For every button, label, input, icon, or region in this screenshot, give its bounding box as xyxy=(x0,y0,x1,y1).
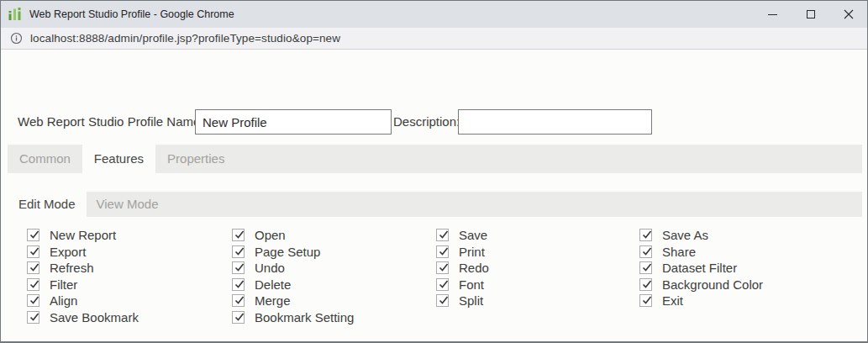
feature-row-exit[interactable]: Exit xyxy=(639,293,763,309)
checkbox-redo[interactable] xyxy=(436,261,449,274)
features-column-4: Save As Share Dataset Filter Background … xyxy=(639,227,763,309)
app-logo-icon xyxy=(8,7,23,22)
profile-name-input[interactable] xyxy=(195,109,392,135)
feature-row-save[interactable]: Save xyxy=(436,227,489,244)
description-input[interactable] xyxy=(458,109,652,135)
checkbox-font[interactable] xyxy=(436,278,449,291)
checkbox-dataset-filter[interactable] xyxy=(639,261,652,274)
features-column-1: New Report Export Refresh Filter Align xyxy=(27,227,139,325)
feature-row-open[interactable]: Open xyxy=(232,227,354,244)
features-column-3: Save Print Redo Font Split xyxy=(436,227,489,309)
feature-label: Undo xyxy=(255,261,285,275)
feature-row-align[interactable]: Align xyxy=(27,293,139,309)
feature-row-filter[interactable]: Filter xyxy=(27,277,139,293)
checkbox-bookmark-setting[interactable] xyxy=(232,311,245,324)
feature-row-background-color[interactable]: Background Color xyxy=(639,277,763,293)
feature-row-share[interactable]: Share xyxy=(639,244,763,261)
mode-tab-bar: Edit Mode View Mode xyxy=(8,192,862,217)
feature-label: Page Setup xyxy=(255,245,320,259)
feature-label: Dataset Filter xyxy=(662,261,737,275)
checkbox-save-as[interactable] xyxy=(639,229,652,241)
mode-tab-strip: View Mode xyxy=(87,192,862,217)
feature-row-redo[interactable]: Redo xyxy=(436,260,489,277)
tab-view-mode[interactable]: View Mode xyxy=(87,192,169,217)
feature-row-delete[interactable]: Delete xyxy=(232,277,354,293)
tab-edit-mode[interactable]: Edit Mode xyxy=(8,192,87,217)
feature-label: New Report xyxy=(50,228,116,242)
feature-label: Font xyxy=(459,277,484,292)
feature-row-new-report[interactable]: New Report xyxy=(27,227,139,244)
feature-label: Merge xyxy=(255,293,291,308)
feature-label: Save Bookmark xyxy=(50,310,139,325)
checkbox-align[interactable] xyxy=(27,294,39,307)
feature-label: Delete xyxy=(255,277,291,292)
maximize-button[interactable] xyxy=(792,1,829,28)
feature-row-split[interactable]: Split xyxy=(436,293,489,309)
window-controls xyxy=(754,1,867,28)
browser-window: Web Report Studio Profile - Google Chrom… xyxy=(0,0,868,343)
feature-row-save-as[interactable]: Save As xyxy=(639,227,763,244)
feature-label: Align xyxy=(50,293,77,308)
feature-row-font[interactable]: Font xyxy=(436,277,489,293)
checkbox-new-report[interactable] xyxy=(27,229,39,241)
checkbox-share[interactable] xyxy=(639,245,652,258)
checkbox-exit[interactable] xyxy=(639,294,652,307)
feature-row-refresh[interactable]: Refresh xyxy=(27,260,139,277)
features-column-2: Open Page Setup Undo Delete Merge xyxy=(232,227,354,325)
checkbox-save-bookmark[interactable] xyxy=(27,311,39,324)
minimize-button[interactable] xyxy=(754,1,792,28)
minimize-icon xyxy=(768,14,777,15)
feature-label: Export xyxy=(50,245,86,259)
close-icon xyxy=(844,9,854,19)
feature-row-bookmark-setting[interactable]: Bookmark Setting xyxy=(232,309,354,326)
main-tab-bar: Common Features Properties xyxy=(8,145,862,173)
checkbox-split[interactable] xyxy=(436,294,449,307)
close-button[interactable] xyxy=(829,1,867,28)
description-label: Description: xyxy=(393,109,460,135)
feature-row-page-setup[interactable]: Page Setup xyxy=(232,244,354,261)
feature-label: Share xyxy=(662,245,696,259)
checkbox-undo[interactable] xyxy=(232,261,245,274)
feature-label: Filter xyxy=(50,277,77,292)
feature-label: Open xyxy=(255,228,286,242)
page-content: Web Report Studio Profile Name: Descript… xyxy=(1,50,867,341)
feature-label: Save xyxy=(459,228,487,242)
checkbox-print[interactable] xyxy=(436,245,449,258)
tab-common[interactable]: Common xyxy=(8,145,82,174)
tab-properties[interactable]: Properties xyxy=(155,145,236,174)
feature-label: Redo xyxy=(459,261,489,275)
info-icon[interactable] xyxy=(10,32,23,45)
checkbox-refresh[interactable] xyxy=(27,261,39,274)
checkbox-filter[interactable] xyxy=(27,278,39,291)
feature-label: Refresh xyxy=(50,261,94,275)
feature-label: Background Color xyxy=(662,277,763,292)
feature-row-export[interactable]: Export xyxy=(27,244,139,261)
title-bar: Web Report Studio Profile - Google Chrom… xyxy=(1,1,867,28)
checkbox-page-setup[interactable] xyxy=(232,245,245,258)
feature-label: Bookmark Setting xyxy=(255,310,354,325)
checkbox-merge[interactable] xyxy=(232,294,245,307)
url-text[interactable]: localhost:8888/admin/profile.jsp?profile… xyxy=(30,32,340,45)
profile-name-label: Web Report Studio Profile Name: xyxy=(18,109,204,135)
feature-row-undo[interactable]: Undo xyxy=(232,260,354,277)
feature-row-merge[interactable]: Merge xyxy=(232,293,354,309)
address-bar[interactable]: localhost:8888/admin/profile.jsp?profile… xyxy=(1,28,867,50)
feature-row-save-bookmark[interactable]: Save Bookmark xyxy=(27,309,139,326)
checkbox-background-color[interactable] xyxy=(639,278,652,291)
checkbox-open[interactable] xyxy=(232,229,245,241)
feature-label: Split xyxy=(459,293,483,308)
checkbox-save[interactable] xyxy=(436,229,449,241)
checkbox-export[interactable] xyxy=(27,245,39,258)
maximize-icon xyxy=(807,10,815,18)
checkbox-delete[interactable] xyxy=(232,278,245,291)
window-title: Web Report Studio Profile - Google Chrom… xyxy=(29,8,754,20)
feature-row-print[interactable]: Print xyxy=(436,244,489,261)
feature-label: Print xyxy=(459,245,485,259)
tab-features[interactable]: Features xyxy=(82,145,155,174)
feature-label: Save As xyxy=(662,228,708,242)
feature-label: Exit xyxy=(662,293,683,308)
feature-row-dataset-filter[interactable]: Dataset Filter xyxy=(639,260,763,277)
